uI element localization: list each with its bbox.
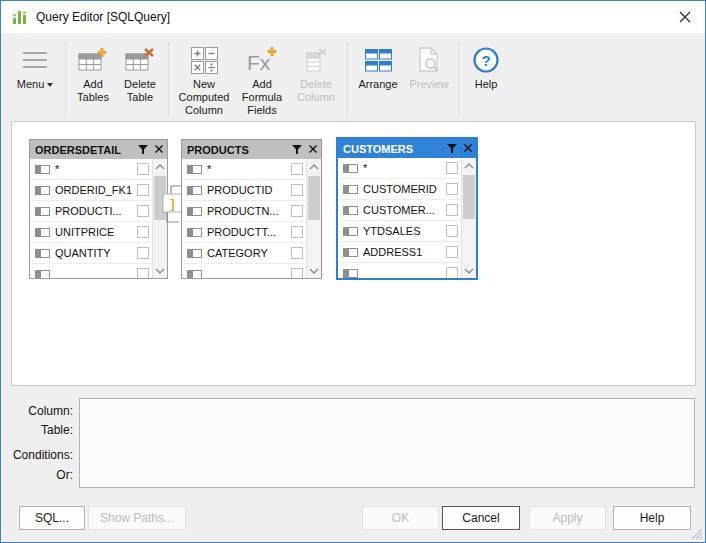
table-field-row[interactable]: *: [338, 158, 461, 179]
table-field-row[interactable]: QUANTITY: [30, 243, 152, 264]
arrange-label: Arrange: [358, 78, 397, 91]
scrollbar-thumb[interactable]: [463, 175, 475, 219]
hamburger-menu-icon: [22, 42, 48, 78]
table-field-row[interactable]: PRODUCTN...: [182, 201, 306, 222]
delete-table-icon: [125, 42, 155, 78]
scrollbar[interactable]: [461, 158, 476, 278]
scroll-up-icon[interactable]: [462, 159, 476, 172]
help-toolbar-label: Help: [475, 78, 498, 91]
field-checkbox[interactable]: [291, 163, 303, 175]
preview-label: Preview: [409, 78, 448, 91]
table-header[interactable]: CUSTOMERS: [338, 139, 476, 158]
field-checkbox[interactable]: [291, 226, 303, 238]
column-field-icon: [343, 206, 358, 215]
add-formula-fields-button[interactable]: Fx Add Formula Fields: [235, 40, 289, 117]
field-checkbox[interactable]: [137, 226, 149, 238]
table-field-row[interactable]: PRODUCTI...: [30, 201, 152, 222]
field-checkbox[interactable]: [137, 184, 149, 196]
computed-column-icon: [191, 42, 218, 78]
filter-icon[interactable]: [138, 145, 149, 155]
table-field-row[interactable]: ORDERID_FK1: [30, 180, 152, 201]
field-checkbox[interactable]: [446, 225, 458, 237]
field-checkbox[interactable]: [446, 204, 458, 216]
field-checkbox[interactable]: [446, 246, 458, 258]
close-table-icon[interactable]: [464, 143, 472, 154]
help-button[interactable]: ? Help: [463, 40, 509, 91]
field-name: CATEGORY: [207, 247, 287, 259]
close-table-icon[interactable]: [309, 144, 317, 155]
table-field-row[interactable]: CATEGORY: [182, 243, 306, 264]
scroll-down-icon[interactable]: [307, 264, 321, 277]
table-header[interactable]: PRODUCTS: [182, 140, 321, 159]
scroll-down-icon[interactable]: [462, 264, 476, 277]
field-checkbox[interactable]: [137, 247, 149, 259]
menu-dropdown-caret: [47, 83, 53, 87]
table-field-row-partial[interactable]: [182, 264, 306, 278]
field-checkbox[interactable]: [446, 183, 458, 195]
table-widget-ordersdetail[interactable]: ORDERSDETAIL *: [29, 139, 168, 279]
resize-grip[interactable]: [689, 526, 703, 540]
sql-button[interactable]: SQL...: [19, 506, 85, 530]
or-label: Or:: [9, 468, 73, 482]
menu-button[interactable]: Menu: [9, 40, 61, 91]
table-field-row-partial[interactable]: [30, 264, 152, 278]
field-name: PRODUCTT...: [207, 226, 287, 238]
field-name: PRODUCTN...: [207, 205, 287, 217]
new-computed-column-label: New Computed Column: [173, 78, 235, 117]
arrange-button[interactable]: Arrange: [352, 40, 404, 91]
field-checkbox[interactable]: [446, 267, 458, 278]
filter-icon[interactable]: [447, 144, 458, 154]
table-field-row[interactable]: PRODUCTID: [182, 180, 306, 201]
delete-table-button[interactable]: Delete Table: [116, 40, 164, 104]
scroll-up-icon[interactable]: [307, 160, 321, 173]
table-widget-customers[interactable]: CUSTOMERS *: [336, 137, 478, 280]
table-field-row[interactable]: YTDSALES: [338, 221, 461, 242]
field-name: YTDSALES: [363, 225, 442, 237]
column-field-icon: [187, 249, 202, 258]
field-checkbox[interactable]: [446, 162, 458, 174]
field-checkbox[interactable]: [137, 205, 149, 217]
field-checkbox[interactable]: [291, 205, 303, 217]
field-checkbox[interactable]: [291, 268, 303, 278]
cancel-button[interactable]: Cancel: [442, 506, 520, 530]
scrollbar-thumb[interactable]: [308, 176, 320, 220]
svg-text:]: ]: [169, 197, 177, 212]
column-label: Column:: [9, 404, 73, 418]
column-field-icon: [35, 270, 50, 279]
close-table-icon[interactable]: [155, 144, 163, 155]
query-editor-dialog: Query Editor [SQLQuery] Menu: [0, 0, 706, 543]
table-field-row[interactable]: *: [30, 159, 152, 180]
scroll-up-icon[interactable]: [153, 160, 167, 173]
field-checkbox[interactable]: [137, 163, 149, 175]
delete-column-label: Delete Column: [289, 78, 343, 104]
conditions-grid[interactable]: [79, 398, 695, 488]
filter-icon[interactable]: [292, 145, 303, 155]
table-field-row[interactable]: PRODUCTT...: [182, 222, 306, 243]
field-name: *: [207, 163, 287, 175]
query-design-canvas[interactable]: ORDERSDETAIL *: [11, 121, 696, 386]
new-computed-column-button[interactable]: New Computed Column: [173, 40, 235, 117]
add-table-icon: [78, 42, 108, 78]
window-close-button[interactable]: [673, 5, 697, 29]
field-name: PRODUCTI...: [55, 205, 133, 217]
table-field-row-partial[interactable]: [338, 263, 461, 278]
toolbar-separator: [347, 42, 348, 116]
table-header[interactable]: ORDERSDETAIL: [30, 140, 167, 159]
table-field-row[interactable]: *: [182, 159, 306, 180]
table-field-row[interactable]: UNITPRICE: [30, 222, 152, 243]
table-widget-products[interactable]: PRODUCTS *: [181, 139, 322, 279]
field-checkbox[interactable]: [291, 247, 303, 259]
scroll-down-icon[interactable]: [153, 264, 167, 277]
help-footer-button[interactable]: Help: [613, 506, 691, 530]
scrollbar[interactable]: [306, 159, 321, 278]
table-field-row[interactable]: ADDRESS1: [338, 242, 461, 263]
add-tables-button[interactable]: Add Tables: [70, 40, 116, 104]
close-icon: [679, 11, 691, 23]
toolbar: Menu Add Tables: [1, 33, 705, 121]
column-field-icon: [343, 164, 358, 173]
field-checkbox[interactable]: [291, 184, 303, 196]
table-field-row[interactable]: CUSTOMERID: [338, 179, 461, 200]
field-checkbox[interactable]: [137, 268, 149, 278]
field-name: CUSTOMERID: [363, 183, 442, 195]
table-field-row[interactable]: CUSTOMER...: [338, 200, 461, 221]
